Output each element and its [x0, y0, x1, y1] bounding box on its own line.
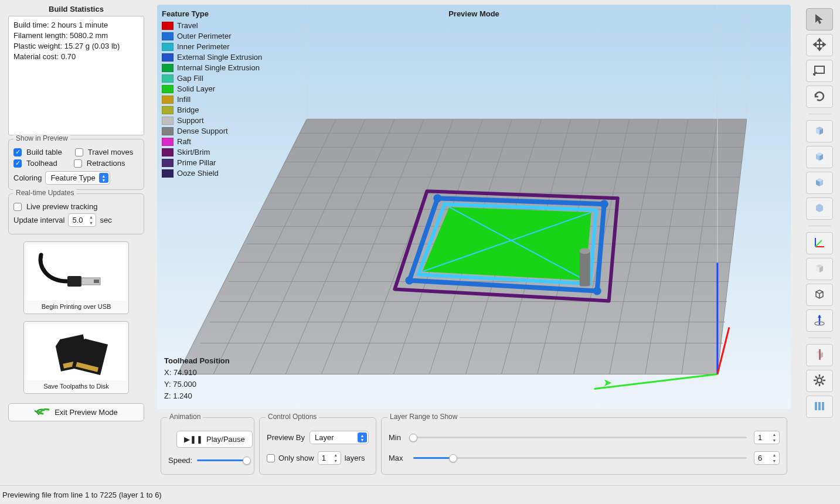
legend-swatch	[162, 43, 174, 51]
viewport-button[interactable]	[806, 60, 833, 82]
play-pause-button[interactable]: ▶❚❚ Play/Pause	[176, 431, 253, 448]
show-in-preview-legend: Show in Preview	[13, 134, 70, 142]
select-preview-by-value: Layer	[315, 433, 334, 442]
legend-swatch	[162, 117, 174, 125]
toolhead-z: Z: 1.240	[164, 390, 230, 402]
view-top-button[interactable]	[806, 120, 833, 142]
status-bar: Previewing file from line 1 to 7225 (lay…	[0, 485, 840, 504]
show-in-preview-group: Show in Preview ✓ Build table Travel mov…	[8, 139, 144, 190]
input-min-layer[interactable]: 1 ▲▼	[754, 431, 780, 444]
columns-button[interactable]	[806, 396, 833, 418]
view-iso-icon	[812, 201, 827, 217]
svg-line-72	[822, 376, 824, 378]
legend-row: External Single Extrusion	[162, 52, 262, 63]
checkbox-only-show[interactable]	[267, 454, 275, 462]
preview-by-label: Preview By	[267, 433, 305, 442]
svg-rect-0	[67, 276, 81, 287]
input-update-interval-value: 5.0	[72, 216, 83, 224]
preview-area: ➤ P	[157, 5, 791, 478]
right-toolbar	[802, 5, 836, 478]
input-max-layer[interactable]: 6 ▲▼	[754, 451, 780, 465]
toolbar-separator	[808, 226, 831, 226]
exit-preview-button[interactable]: Exit Preview Mode	[8, 403, 144, 421]
play-pause-icon: ▶❚❚	[184, 435, 203, 444]
only-show-unit: layers	[345, 454, 365, 462]
axes-icon	[812, 236, 827, 251]
realtime-group: Real-time Updates Live preview tracking …	[8, 193, 144, 234]
view-side-button[interactable]	[806, 172, 833, 194]
normals-button[interactable]	[806, 309, 833, 332]
view-front-button[interactable]	[806, 146, 833, 168]
svg-point-65	[817, 378, 822, 383]
viewport[interactable]: ➤ P	[157, 5, 791, 409]
move-icon	[812, 38, 827, 53]
layer-range-legend: Layer Range to Show	[387, 413, 460, 421]
legend-row: Travel	[162, 21, 262, 31]
legend-row: Dense Support	[162, 126, 262, 137]
legend-swatch	[162, 127, 174, 135]
bottom-controls: Animation ▶❚❚ Play/Pause Speed: Control …	[157, 414, 791, 478]
gear-button[interactable]	[806, 370, 833, 392]
wireframe-button[interactable]	[806, 284, 833, 306]
legend-swatch	[162, 85, 174, 93]
legend-swatch	[162, 96, 174, 104]
svg-rect-75	[818, 402, 821, 410]
begin-printing-usb-button[interactable]: Begin Printing over USB	[23, 241, 129, 314]
rotate-button[interactable]	[806, 86, 833, 108]
checkbox-retractions[interactable]	[74, 159, 82, 168]
legend-row: Prime Pillar	[162, 158, 262, 168]
realtime-legend: Real-time Updates	[13, 189, 76, 197]
svg-text:➤: ➤	[603, 377, 612, 389]
legend-label: Support	[177, 115, 204, 126]
toolhead-title: Toolhead Position	[164, 355, 230, 367]
toolbar-separator	[808, 114, 831, 114]
checkbox-travel-moves[interactable]	[75, 148, 83, 156]
legend-row: Inner Perimeter	[162, 42, 262, 52]
stat-cost: Material cost: 0.70	[13, 52, 139, 62]
view-side-icon	[812, 175, 827, 191]
legend-swatch	[162, 169, 174, 178]
normals-icon	[812, 313, 827, 329]
solid-icon	[812, 261, 827, 277]
chevron-updown-icon: ▲▼	[358, 433, 367, 442]
cursor-button[interactable]	[806, 8, 833, 30]
viewport-icon	[812, 63, 827, 79]
legend-row: Raft	[162, 137, 262, 147]
control-options-legend: Control Options	[266, 413, 319, 421]
svg-point-50	[405, 276, 413, 284]
legend-row: Skirt/Brim	[162, 147, 262, 158]
axes-button[interactable]	[806, 232, 833, 254]
move-button[interactable]	[806, 34, 833, 56]
svg-line-71	[822, 383, 824, 384]
select-preview-by[interactable]: Layer ▲▼	[310, 431, 369, 444]
legend-label: Dense Support	[177, 126, 228, 137]
view-iso-button[interactable]	[806, 197, 833, 220]
save-toolpaths-button[interactable]: Save Toolpaths to Disk	[23, 321, 129, 394]
svg-rect-76	[822, 402, 824, 410]
select-coloring[interactable]: Feature Type ▲▼	[45, 171, 110, 185]
checkbox-build-table[interactable]: ✓	[13, 148, 22, 156]
label-build-table: Build table	[26, 148, 62, 156]
legend-swatch	[162, 64, 174, 72]
legend-label: Gap Fill	[177, 73, 203, 84]
toolbar-separator	[808, 338, 831, 338]
legend-row: Bridge	[162, 105, 262, 115]
stat-build-time: Build time: 2 hours 1 minute	[13, 20, 139, 30]
only-show-label: Only show	[278, 454, 314, 462]
svg-rect-74	[815, 402, 817, 410]
section-button[interactable]	[806, 344, 833, 366]
columns-icon	[812, 399, 827, 415]
input-only-show[interactable]: 1 ▲▼	[318, 451, 341, 465]
play-pause-label: Play/Pause	[206, 435, 245, 444]
solid-button[interactable]	[806, 258, 833, 280]
checkbox-toolhead[interactable]: ✓	[13, 159, 22, 168]
label-update-interval: Update interval	[13, 216, 64, 224]
speed-slider[interactable]	[197, 459, 247, 461]
svg-rect-54	[580, 251, 590, 286]
legend-swatch	[162, 22, 174, 30]
input-update-interval[interactable]: 5.0 ▲▼	[68, 213, 96, 227]
label-travel-moves: Travel moves	[88, 148, 134, 156]
min-slider[interactable]	[413, 437, 747, 438]
max-slider[interactable]	[413, 457, 747, 459]
checkbox-live-preview[interactable]	[13, 203, 22, 211]
